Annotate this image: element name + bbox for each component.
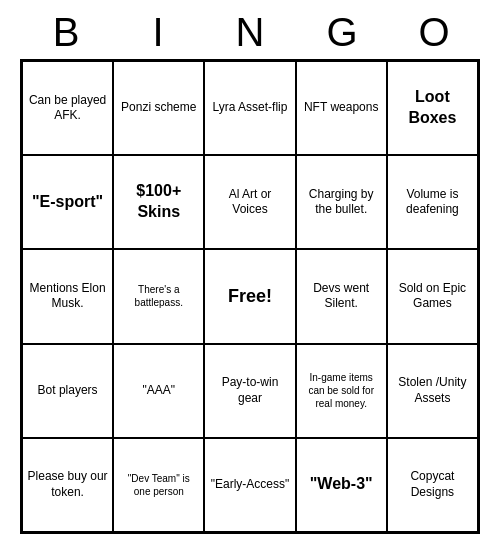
bingo-cell-6: $100+ Skins — [113, 155, 204, 249]
bingo-cell-7: Al Art or Voices — [204, 155, 295, 249]
bingo-cell-17: Pay-to-win gear — [204, 344, 295, 438]
bingo-cell-19: Stolen /Unity Assets — [387, 344, 478, 438]
bingo-cell-14: Sold on Epic Games — [387, 249, 478, 343]
bingo-cell-3: NFT weapons — [296, 61, 387, 155]
bingo-cell-4: Loot Boxes — [387, 61, 478, 155]
bingo-cell-5: "E-sport" — [22, 155, 113, 249]
bingo-cell-0: Can be played AFK. — [22, 61, 113, 155]
bingo-letter-i: I — [114, 10, 202, 55]
bingo-cell-1: Ponzi scheme — [113, 61, 204, 155]
bingo-letter-g: G — [298, 10, 386, 55]
bingo-cell-11: There's a battlepass. — [113, 249, 204, 343]
bingo-title: BINGO — [20, 10, 480, 55]
bingo-grid: Can be played AFK.Ponzi schemeLyra Asset… — [20, 59, 480, 534]
bingo-cell-12: Free! — [204, 249, 295, 343]
bingo-cell-8: Charging by the bullet. — [296, 155, 387, 249]
bingo-cell-15: Bot players — [22, 344, 113, 438]
bingo-cell-21: "Dev Team" is one person — [113, 438, 204, 532]
bingo-letter-b: B — [22, 10, 110, 55]
bingo-cell-23: "Web-3" — [296, 438, 387, 532]
bingo-cell-10: Mentions Elon Musk. — [22, 249, 113, 343]
bingo-cell-13: Devs went Silent. — [296, 249, 387, 343]
bingo-letter-o: O — [390, 10, 478, 55]
bingo-cell-18: In-game items can be sold for real money… — [296, 344, 387, 438]
bingo-letter-n: N — [206, 10, 294, 55]
bingo-cell-22: "Early-Access" — [204, 438, 295, 532]
bingo-cell-20: Please buy our token. — [22, 438, 113, 532]
bingo-cell-2: Lyra Asset-flip — [204, 61, 295, 155]
bingo-cell-16: "AAA" — [113, 344, 204, 438]
bingo-cell-24: Copycat Designs — [387, 438, 478, 532]
bingo-cell-9: Volume is deafening — [387, 155, 478, 249]
